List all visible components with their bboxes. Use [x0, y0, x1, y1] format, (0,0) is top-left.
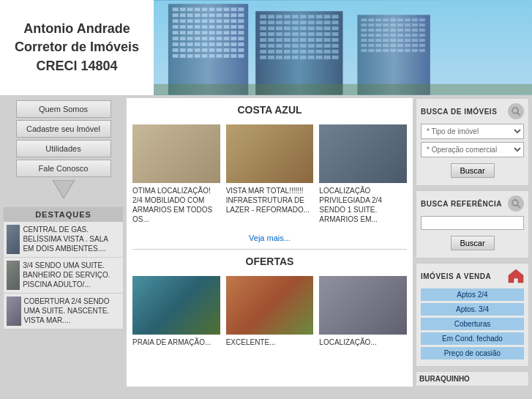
svg-rect-41 — [238, 25, 244, 29]
svg-rect-88 — [217, 54, 222, 58]
ofertas-thumb-3 — [319, 276, 407, 335]
svg-rect-103 — [260, 20, 266, 24]
svg-rect-46 — [202, 31, 208, 34]
destaque-item-2[interactable]: 3/4 SENDO UMA SUITE. BANHEIRO DE SERVIÇO… — [4, 258, 123, 294]
svg-rect-218 — [419, 39, 425, 42]
venda-coberturas[interactable]: Coberturas — [421, 318, 524, 330]
veja-mais-link[interactable]: Veja mais... — [132, 233, 407, 243]
svg-rect-2 — [173, 7, 179, 11]
busca-referencia-input[interactable] — [421, 216, 524, 230]
svg-rect-27 — [209, 19, 215, 23]
svg-marker-243 — [509, 269, 523, 283]
title-line1: Antonio Andrade — [23, 21, 130, 36]
svg-rect-49 — [223, 31, 229, 34]
header-title: Antonio Andrade Corretor de Imóveis CREC… — [15, 20, 139, 75]
svg-rect-167 — [292, 56, 299, 59]
svg-rect-146 — [284, 44, 291, 48]
ofertas-item-2[interactable]: EXCELENTE... — [226, 276, 314, 347]
ofertas-title: OFERTAS — [132, 256, 407, 270]
busca-imoveis-button[interactable]: Buscar — [451, 163, 495, 178]
svg-rect-16 — [202, 13, 208, 17]
svg-rect-229 — [368, 49, 374, 52]
svg-rect-12 — [173, 13, 179, 17]
svg-rect-129 — [308, 32, 315, 36]
svg-rect-149 — [308, 44, 315, 48]
svg-rect-137 — [292, 38, 299, 42]
ofertas-item-1[interactable]: PRAIA DE ARMAÇÃO... — [132, 276, 220, 347]
costa-azul-title: COSTA AZUL — [132, 104, 407, 119]
svg-rect-173 — [357, 15, 430, 94]
svg-rect-215 — [397, 39, 403, 42]
svg-rect-147 — [292, 44, 299, 48]
tipo-imovel-select[interactable]: * Tipo de imóvel — [421, 124, 524, 139]
costa-azul-item-3[interactable]: LOCALIZAÇÃO PRIVILEGIADA 2/4 SENDO 1 SUI… — [319, 124, 407, 224]
left-sidebar: Quem Somos Cadastre seu Imóvel Utilidade… — [3, 98, 124, 387]
svg-rect-152 — [332, 44, 339, 48]
svg-rect-82 — [173, 54, 179, 58]
svg-rect-93 — [260, 15, 266, 18]
destaque-item-1[interactable]: CENTRAL DE GAS. BELÍSSIMA VISTA . SALA E… — [4, 222, 123, 258]
busca-imoveis-icon — [508, 103, 524, 119]
header-image — [154, 0, 532, 95]
ofertas-item-3[interactable]: LOCALIZAÇÃO... — [319, 276, 407, 347]
svg-rect-181 — [412, 18, 418, 21]
svg-rect-196 — [390, 29, 396, 31]
svg-rect-123 — [260, 32, 266, 36]
svg-rect-193 — [368, 29, 374, 31]
svg-rect-4 — [187, 7, 193, 11]
veja-mais-anchor[interactable]: Veja mais... — [249, 234, 291, 242]
svg-rect-142 — [332, 38, 339, 42]
venda-aptos-24[interactable]: Aptos 2/4 — [421, 288, 524, 301]
svg-rect-160 — [316, 50, 323, 53]
destaque-item-3[interactable]: COBERTURA 2/4 SENDO UMA SUITE. NASCENTE.… — [4, 294, 123, 329]
svg-rect-183 — [361, 23, 367, 26]
svg-rect-155 — [276, 50, 282, 53]
svg-rect-11 — [238, 7, 244, 11]
nav-utilidades[interactable]: Utilidades — [16, 140, 111, 157]
costa-azul-item-2[interactable]: VISTA MAR TOTAL!!!!!!! INFRAESTRUTURA DE… — [226, 124, 314, 224]
svg-rect-159 — [308, 50, 315, 53]
svg-rect-205 — [390, 34, 396, 37]
svg-rect-76 — [202, 48, 208, 52]
svg-rect-202 — [368, 34, 374, 37]
nav-fale-conosco[interactable]: Fale Conosco — [16, 160, 111, 177]
svg-rect-225 — [405, 44, 411, 47]
svg-rect-70 — [231, 42, 236, 46]
svg-rect-111 — [324, 20, 331, 24]
svg-rect-180 — [405, 18, 411, 21]
svg-rect-21 — [238, 13, 244, 17]
svg-rect-44 — [187, 31, 193, 34]
svg-rect-113 — [260, 26, 266, 30]
svg-rect-18 — [217, 13, 222, 17]
svg-rect-53 — [180, 37, 186, 40]
svg-rect-210 — [361, 39, 367, 42]
svg-rect-95 — [276, 15, 282, 18]
svg-line-240 — [517, 113, 520, 116]
nav-cadastre[interactable]: Cadastre seu Imóvel — [16, 120, 111, 138]
costa-azul-thumb-2 — [226, 124, 314, 183]
svg-rect-86 — [202, 54, 208, 58]
venda-cond-fechado[interactable]: Em Cond. fechado — [421, 332, 524, 345]
svg-rect-3 — [180, 7, 186, 11]
svg-rect-131 — [324, 32, 331, 36]
busca-referencia-button[interactable]: Buscar — [451, 236, 495, 250]
nav-quem-somos[interactable]: Quem Somos — [16, 100, 111, 118]
venda-aptos-34[interactable]: Aptos. 3/4 — [421, 303, 524, 316]
operacao-select[interactable]: * Operação comercial — [421, 142, 524, 157]
busca-referencia-header: BUSCA REFERÊNCIA — [421, 195, 524, 212]
svg-rect-174 — [361, 18, 367, 21]
svg-rect-207 — [405, 34, 411, 37]
svg-rect-184 — [368, 23, 374, 26]
venda-preco-ocasiao[interactable]: Preço de ocasião — [421, 347, 524, 359]
svg-rect-52 — [173, 37, 179, 40]
svg-rect-121 — [324, 26, 331, 30]
svg-rect-24 — [187, 19, 193, 23]
svg-rect-106 — [284, 20, 291, 24]
svg-rect-67 — [209, 42, 215, 46]
svg-rect-179 — [397, 18, 403, 21]
svg-rect-166 — [284, 56, 291, 59]
svg-rect-108 — [300, 20, 307, 24]
costa-azul-item-1[interactable]: OTIMA LOCALIZAÇÃO! 2/4 MOBILIADO COM ARM… — [132, 124, 220, 224]
svg-rect-42 — [173, 31, 179, 34]
right-sidebar: BUSCA DE IMÓVEIS * Tipo de imóvel * Oper… — [416, 98, 529, 387]
